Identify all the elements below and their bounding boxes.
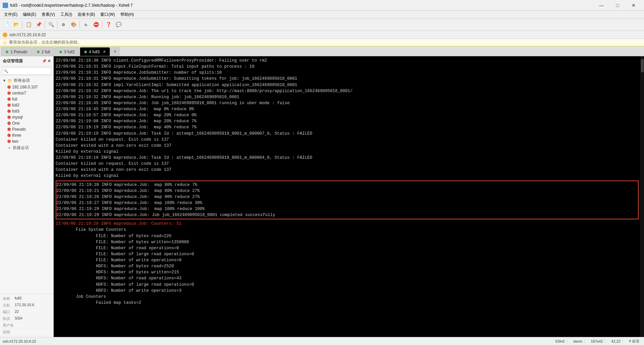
sidebar-item-192[interactable]: 192.168.0.107 — [0, 84, 53, 90]
sidebar-item-full2[interactable]: full2 — [0, 102, 53, 108]
minimize-button[interactable]: — — [594, 0, 609, 11]
toolbar-copy[interactable]: 📋 — [24, 20, 33, 29]
toolbar-chat[interactable]: 💬 — [114, 20, 123, 29]
status-ssh-url: ssh://172.20.10.6:22 — [3, 339, 36, 343]
terminal-highlighted-line: 22/09/06 21:19:29 INFO mapreduce.Job: Jo… — [56, 212, 638, 218]
server-dot-two — [7, 140, 11, 143]
toolbar-color[interactable]: 🎨 — [69, 20, 78, 29]
terminal-after-line: FILE: Number of read operations=0 — [56, 245, 639, 251]
toolbar-new[interactable]: 📄 — [1, 20, 11, 29]
sidebar-search — [0, 66, 53, 76]
menu-edit[interactable]: 编辑(E) — [20, 11, 39, 18]
close-button[interactable]: ✕ — [626, 0, 641, 11]
menu-help[interactable]: 帮助(H) — [118, 11, 137, 18]
title-text: full3 - root@node3:/export/server/hadoop… — [10, 3, 133, 8]
sidebar-item-centos7[interactable]: centos7 — [0, 90, 53, 96]
maximize-button[interactable]: □ — [610, 0, 625, 11]
info-row-port: 端口 22 — [0, 309, 53, 316]
terminal-line: 22/09/06 21:19:19 INFO mapreduce.Job: Ta… — [56, 131, 639, 137]
caret-icon: ▼ — [3, 79, 6, 82]
toolbar-sep5 — [102, 21, 102, 29]
tip-bar: ⚠ 要添加当前会话，点击左侧的箭头按钮。 — [0, 39, 644, 46]
sidebar-item-two[interactable]: two — [0, 138, 53, 144]
sidebar-item-full[interactable]: full — [0, 96, 53, 102]
menu-file[interactable]: 文件(E) — [1, 11, 20, 18]
menu-view[interactable]: 查看(V) — [39, 11, 58, 18]
scrollbar[interactable] — [641, 56, 644, 337]
addr-icon — [3, 32, 7, 37]
terminal-line: 22/09/06 21:18:45 INFO mapreduce.Job: Jo… — [56, 100, 639, 106]
toolbar-sep3 — [57, 21, 57, 29]
terminal-line: 22/09/06 21:18:30 INFO client.Configured… — [56, 58, 639, 64]
terminal-after-line: FILE: Number of bytes read=226 — [56, 233, 639, 239]
sidebar-item-three[interactable]: three — [0, 132, 53, 138]
sidebar-item-mysql[interactable]: mysql — [0, 114, 53, 120]
menu-tools[interactable]: 工具(I) — [58, 11, 75, 18]
tab-full3[interactable]: 4 full3 ✕ — [80, 47, 110, 56]
terminal-highlighted-line: 22/09/06 21:19:29 INFO mapreduce.Job: ma… — [56, 206, 638, 212]
server-dot-centos7 — [7, 91, 11, 95]
terminal-line: 22/09/06 21:18:32 INFO mapreduce.Job: Ru… — [56, 94, 639, 100]
info-row-protocol: 协议 SSH — [0, 316, 53, 322]
tree-root-all[interactable]: ▼ 📁 所有会话 — [0, 77, 53, 84]
toolbar-help[interactable]: ❓ — [104, 20, 113, 29]
sidebar-item-label-mysql: mysql — [12, 115, 22, 120]
toolbar-find[interactable]: 🔍 — [46, 20, 56, 29]
sidebar-item-one[interactable]: One — [0, 120, 53, 126]
tab-dot-full3 — [84, 51, 87, 53]
scroll-thumb[interactable] — [641, 59, 644, 72]
terminal-highlighted-line: 22/09/06 21:19:21 INFO mapreduce.Job: ma… — [56, 188, 638, 194]
terminal-after-line: File System Counters — [56, 227, 639, 233]
toolbar-settings[interactable]: ⚙ — [59, 20, 68, 29]
toolbar-refresh[interactable]: ↻ — [81, 20, 91, 29]
sidebar-item-label-full3: full3 — [12, 109, 19, 114]
sidebar-title: 会话管理器 — [3, 58, 23, 64]
tab-label-pseudo: 1 Pseudo — [10, 50, 28, 54]
status-coords: 42,22 — [609, 339, 623, 343]
tab-full2[interactable]: 3 full2 — [55, 47, 79, 56]
menu-window[interactable]: 窗口(W) — [98, 11, 117, 18]
info-row-host: 主机 172.20.10.6 — [0, 302, 53, 309]
title-bar-left: full3 - root@node3:/export/server/hadoop… — [3, 3, 133, 8]
terminal-after-line: Job Counters — [56, 294, 639, 300]
tabs-bar: 1 Pseudo 2 full 3 full2 4 full3 ✕ + — [0, 46, 644, 56]
tab-label-full2: 3 full2 — [64, 50, 75, 54]
tab-pseudo[interactable]: 1 Pseudo — [1, 47, 32, 56]
toolbar-sep1 — [22, 21, 22, 29]
status-bar: ssh://172.20.10.6:22 SSH2 xterm 187x42 4… — [0, 337, 644, 345]
terminal[interactable]: 22/09/06 21:18:30 INFO client.Configured… — [54, 56, 641, 337]
terminal-line: 22/09/06 21:19:08 INFO mapreduce.Job: ma… — [56, 118, 639, 124]
toolbar-paste[interactable]: 📌 — [34, 20, 43, 29]
terminal-line: Killed by external signal — [56, 173, 639, 179]
terminal-highlighted-line: 22/09/06 21:19:27 INFO mapreduce.Job: ma… — [56, 200, 638, 206]
server-dot-pseudo — [7, 128, 11, 131]
tree-root-label: 所有会话 — [14, 78, 30, 83]
terminal-line: 22/09/06 21:18:32 INFO mapreduce.Job: Th… — [56, 88, 639, 94]
server-dot-192 — [7, 85, 11, 89]
tab-close-full3[interactable]: ✕ — [103, 50, 106, 54]
terminal-line: 22/09/06 21:18:32 INFO impl.YarnClientIm… — [56, 82, 639, 88]
toolbar-stop[interactable]: ⛔ — [91, 20, 101, 29]
addr-bar: ssh://172.20.10.6:22 — [0, 31, 644, 39]
terminal-line: Container killed on request. Exit code i… — [56, 161, 639, 167]
sidebar-pin[interactable]: 📌 ✕ — [42, 59, 51, 63]
toolbar-open[interactable]: 📂 — [11, 20, 21, 29]
sidebar-tree: ▼ 📁 所有会话 192.168.0.107 centos7 full full… — [0, 76, 53, 294]
sidebar-search-input[interactable] — [2, 67, 51, 75]
terminal-highlighted-line: 22/09/06 21:19:20 INFO mapreduce.Job: ma… — [56, 182, 638, 188]
toolbar: 📄 📂 📋 📌 🔍 ⚙ 🎨 ↻ ⛔ ❓ 💬 — [0, 19, 644, 31]
sidebar-item-full3[interactable]: full3 — [0, 108, 53, 114]
tab-dot-full2 — [59, 51, 62, 53]
server-dot-full — [7, 97, 11, 101]
server-dot-one — [7, 122, 11, 125]
sidebar-item-add-session[interactable]: ＋ 新建会话 — [0, 144, 53, 151]
sidebar-item-pseudo[interactable]: Pseudo — [0, 126, 53, 132]
terminal-line: 22/09/06 21:18:45 INFO mapreduce.Job: ma… — [56, 106, 639, 112]
tab-add-button[interactable]: + — [111, 47, 119, 56]
menu-tabs[interactable]: 选项卡(B) — [75, 11, 98, 18]
sidebar-item-label-192: 192.168.0.107 — [12, 85, 38, 89]
server-dot-three — [7, 134, 11, 137]
tab-full[interactable]: 2 full — [33, 47, 54, 56]
terminal-after-line: HDFS: Number of bytes read=2520 — [56, 263, 639, 269]
sidebar-item-label-three: three — [12, 133, 21, 138]
